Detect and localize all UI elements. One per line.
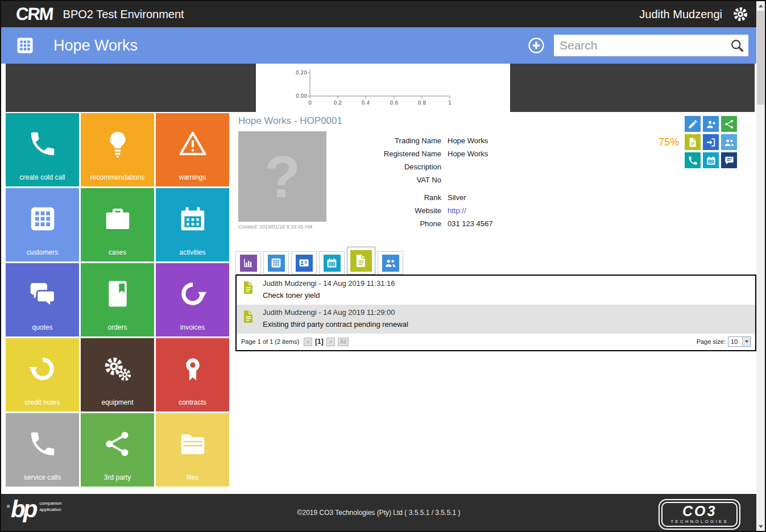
bp-logo-caption-line1: companion bbox=[39, 501, 61, 507]
tile-label: quotes bbox=[6, 323, 79, 331]
tile-equipment[interactable]: equipment bbox=[81, 338, 154, 412]
share-nodes-icon bbox=[724, 119, 735, 130]
x-tick-label: 0.2 bbox=[334, 100, 342, 106]
people-icon bbox=[384, 257, 396, 269]
tile-activities[interactable]: activities bbox=[156, 188, 229, 261]
website-link[interactable]: http:// bbox=[448, 206, 466, 215]
tile-recommendations[interactable]: recommendations bbox=[81, 113, 154, 186]
tile-label: files bbox=[156, 473, 229, 481]
chart-icon bbox=[242, 257, 254, 269]
tile-invoices[interactable]: invoices bbox=[156, 263, 229, 336]
people-action-button[interactable] bbox=[721, 134, 737, 150]
phone-icon bbox=[27, 128, 58, 159]
pager: Page 1 of 1 (2 items) < [1] > All Page s… bbox=[237, 334, 755, 350]
tab-notes[interactable] bbox=[347, 247, 375, 275]
scroll-down-button[interactable] bbox=[756, 522, 765, 531]
scrollbar-thumb[interactable] bbox=[757, 11, 764, 105]
folder-icon bbox=[177, 429, 208, 459]
customer-photo-placeholder[interactable]: ? bbox=[238, 131, 326, 222]
call-action-button[interactable] bbox=[685, 152, 701, 168]
tile-contracts[interactable]: contracts bbox=[156, 338, 229, 412]
tile-label: invoices bbox=[156, 323, 229, 331]
note-icon bbox=[241, 309, 256, 325]
vertical-scrollbar[interactable] bbox=[756, 1, 765, 531]
gears-icon bbox=[102, 354, 133, 384]
lightbulb-icon bbox=[102, 128, 133, 159]
tile-cases[interactable]: cases bbox=[81, 188, 154, 261]
bp-logo-caption: companion application bbox=[39, 501, 61, 513]
note-item[interactable]: Judith Mudzengi - 14 Aug 2019 11:29:00 E… bbox=[237, 305, 755, 334]
tab-activities[interactable] bbox=[319, 251, 345, 275]
completeness-percent: 75% bbox=[649, 136, 679, 148]
top-bar: CRM BPO2 Test Environment Judith Mudzeng… bbox=[1, 1, 756, 27]
tile-quotes[interactable]: quotes bbox=[6, 263, 79, 336]
co3-logo-subtitle: TECHNOLOGIES bbox=[670, 519, 728, 524]
tile-credit-notes[interactable]: credit notes bbox=[6, 338, 79, 412]
pager-current-page: [1] bbox=[315, 338, 324, 346]
tab-company[interactable] bbox=[263, 251, 289, 275]
page-size-value: 10 bbox=[728, 338, 742, 345]
search-icon[interactable] bbox=[730, 38, 745, 53]
footer: ©2019 CO3 Technologies (Pty) Ltd ( 3.5.5… bbox=[1, 494, 756, 531]
chat-bubble-icon bbox=[724, 155, 735, 166]
page-size-select[interactable]: 10 bbox=[728, 336, 751, 347]
tile-warnings[interactable]: warnings bbox=[156, 113, 229, 186]
calendar-icon bbox=[177, 203, 208, 234]
crm-window: CRM BPO2 Test Environment Judith Mudzeng… bbox=[0, 0, 766, 532]
tab-icon-square bbox=[350, 250, 372, 272]
note-action-button[interactable] bbox=[685, 134, 701, 150]
field-label: Phone bbox=[317, 219, 441, 228]
scroll-up-button[interactable] bbox=[756, 1, 765, 10]
note-text-block: Judith Mudzengi - 14 Aug 2019 11:31:16 C… bbox=[263, 279, 395, 300]
customers-module-icon[interactable] bbox=[15, 35, 35, 56]
redo-arrow-icon bbox=[177, 279, 208, 309]
page-size-label: Page size: bbox=[697, 338, 726, 345]
note-icon bbox=[688, 137, 698, 148]
pager-status: Page 1 of 1 (2 items) bbox=[241, 338, 299, 345]
photo-question-mark: ? bbox=[264, 147, 301, 206]
pager-prev-button[interactable]: < bbox=[304, 338, 312, 346]
tile-customers[interactable]: customers bbox=[6, 188, 79, 261]
tile-3rd-party[interactable]: 3rd party bbox=[81, 413, 154, 487]
add-person-action-button[interactable] bbox=[703, 116, 719, 132]
add-new-button[interactable] bbox=[527, 36, 546, 55]
tile-orders[interactable]: orders bbox=[81, 263, 154, 336]
note-author-line: Judith Mudzengi - 14 Aug 2019 11:31:16 bbox=[263, 279, 395, 288]
bp-logo-caption-line2: application bbox=[39, 507, 61, 513]
y-tick-label: 0.00 bbox=[296, 93, 307, 99]
tile-service-calls[interactable]: service calls bbox=[6, 413, 79, 487]
tile-files[interactable]: files bbox=[156, 413, 229, 487]
field-row-website: Websitehttp:// bbox=[317, 204, 664, 217]
warning-triangle-icon bbox=[177, 128, 208, 159]
pager-next-button[interactable]: > bbox=[326, 338, 335, 346]
edit-action-button[interactable] bbox=[685, 116, 701, 132]
tile-menu: create cold call recommendations warning… bbox=[6, 113, 229, 487]
tile-label: warnings bbox=[156, 173, 229, 181]
customer-fields: Trading NameHope Works Registered NameHo… bbox=[317, 134, 664, 230]
field-label: VAT No bbox=[317, 176, 441, 184]
tab-dashboard[interactable] bbox=[235, 251, 261, 275]
note-item[interactable]: Judith Mudzengi - 14 Aug 2019 11:31:16 C… bbox=[237, 276, 755, 305]
tile-create-cold-call[interactable]: create cold call bbox=[6, 113, 79, 186]
tab-contacts[interactable] bbox=[291, 251, 317, 275]
tile-label: cases bbox=[81, 248, 154, 256]
pager-all-button[interactable]: All bbox=[338, 338, 349, 346]
share-action-button[interactable] bbox=[721, 116, 737, 132]
calendar-action-button[interactable] bbox=[703, 152, 719, 168]
notes-panel: Judith Mudzengi - 14 Aug 2019 11:31:16 C… bbox=[235, 275, 756, 351]
sign-out-icon bbox=[706, 137, 717, 148]
quick-action-grid bbox=[685, 116, 737, 168]
chat-action-button[interactable] bbox=[721, 152, 737, 168]
settings-gear-icon[interactable] bbox=[731, 5, 750, 23]
tab-icon-square bbox=[268, 255, 285, 272]
tab-people[interactable] bbox=[378, 251, 403, 275]
bp-logo-mark: bp bbox=[11, 498, 35, 520]
bp-logo-prefix: a bbox=[7, 503, 10, 509]
note-body: Existing third party contract pending re… bbox=[263, 320, 408, 329]
tab-icon-square bbox=[240, 255, 257, 272]
search-input[interactable] bbox=[560, 39, 730, 52]
field-row-trading-name: Trading NameHope Works bbox=[317, 134, 664, 147]
logged-in-user: Judith Mudzengi bbox=[639, 8, 722, 21]
calendar-icon bbox=[706, 155, 717, 166]
sign-out-action-button[interactable] bbox=[703, 134, 719, 150]
